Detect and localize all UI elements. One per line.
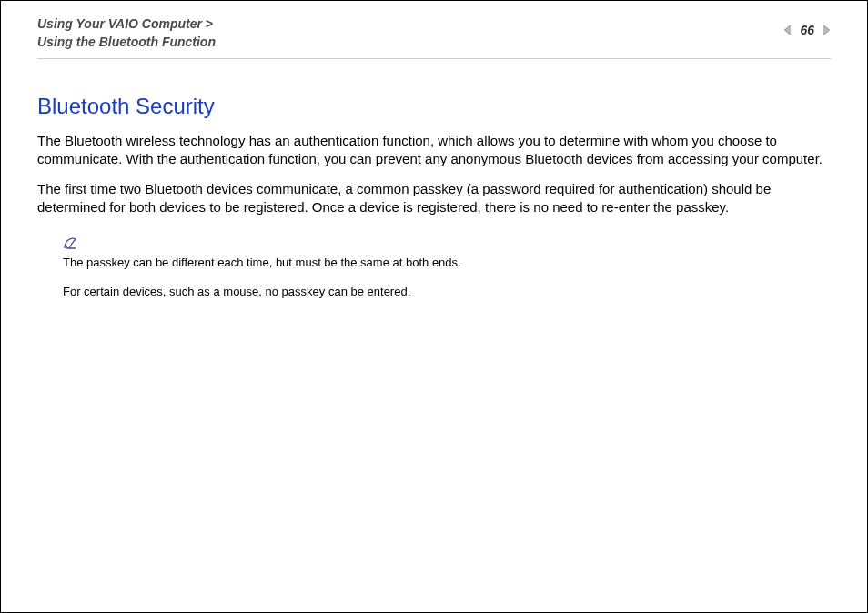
note-icon [63,236,831,255]
prev-page-button[interactable] [783,25,794,35]
body-paragraph-2: The first time two Bluetooth devices com… [37,180,831,217]
note-text-2: For certain devices, such as a mouse, no… [63,284,831,300]
page-navigation: 66 [783,23,831,37]
next-page-button[interactable] [820,25,831,35]
page-number: 66 [800,23,814,37]
breadcrumb: Using Your VAIO Computer > Using the Blu… [37,15,216,51]
note-text-1: The passkey can be different each time, … [63,255,831,271]
note-block: The passkey can be different each time, … [63,236,831,300]
body-paragraph-1: The Bluetooth wireless technology has an… [37,132,831,169]
chevron-right-icon [820,25,831,35]
breadcrumb-line2: Using the Bluetooth Function [37,34,216,52]
breadcrumb-line1: Using Your VAIO Computer > [37,15,216,34]
chevron-left-icon [783,25,794,35]
section-title: Bluetooth Security [37,94,831,119]
main-content: Bluetooth Security The Bluetooth wireles… [1,59,867,300]
page-header: Using Your VAIO Computer > Using the Blu… [1,1,867,58]
